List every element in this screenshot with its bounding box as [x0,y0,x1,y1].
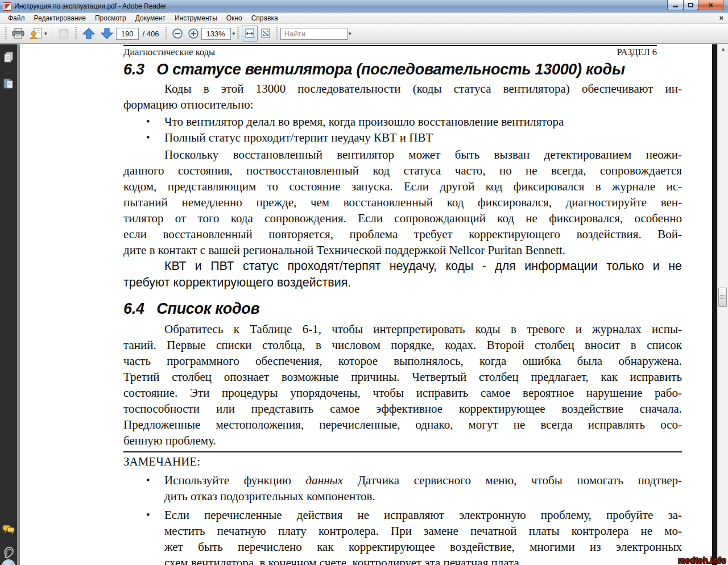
scroll-up-icon: ▲ [721,47,726,52]
bullet-icon: • [146,507,164,565]
paperclip-icon [2,545,15,559]
sidebar-partial-icon[interactable] [2,559,15,565]
toolbar-grip[interactable] [75,27,77,40]
paragraph-1: Коды в этой 13000 последовательности (ко… [123,81,682,113]
menu-tools[interactable]: Инструменты [170,13,222,23]
menu-edit[interactable]: Редактирование [30,13,90,23]
list-item: • Полный статус проходит/терпит неудачу … [123,130,682,146]
page-total-label: / 406 [143,30,159,38]
send-review-button-disabled [55,26,73,41]
navigation-sidebar [0,44,17,565]
adobe-reader-window: Инструкция по эксплуатации.pdf - Adobe R… [0,0,728,565]
menu-help[interactable]: Справка [247,13,283,23]
watermark: medteh.info [678,556,726,565]
thumb-grip-icon [720,295,725,300]
collaborate-dropdown-icon: ▾ [44,31,47,36]
vertical-scrollbar[interactable]: ▲ ▼ [717,44,728,565]
menubar-close-icon[interactable]: × [719,14,723,22]
attachments-panel-button[interactable] [2,545,15,559]
zoom-dropdown-icon[interactable]: ▾ [232,31,235,36]
page-edge-gap [712,44,717,565]
fit-width-button[interactable] [242,26,258,41]
scrollbar-thumb[interactable] [718,288,727,307]
arrow-down-icon [100,27,114,40]
review-icon [57,28,71,39]
note-bullet-2: • Если перечисленные действия не исправл… [123,507,682,565]
restore-button[interactable] [683,0,698,10]
document-page: Диагностические коды РАЗДЕЛ 6 6.3 О стат… [20,44,712,565]
minimize-icon [673,6,678,7]
toolbar-separator [52,27,52,40]
menu-bar: Файл Редактирование Просмотр Документ Ин… [0,13,728,24]
print-button[interactable] [9,26,27,41]
menu-document[interactable]: Документ [131,13,170,23]
arrow-up-icon [82,27,96,40]
menu-view[interactable]: Просмотр [90,13,131,23]
document-content: Диагностические коды РАЗДЕЛ 6 6.3 О стат… [20,44,712,565]
minimize-button[interactable] [667,0,684,10]
zoom-out-icon [172,28,183,39]
bullet-icon: • [146,472,164,504]
header-left: Диагностические коды [123,47,215,58]
horizontal-rule [123,451,682,452]
scroll-up-button[interactable]: ▲ [718,44,728,53]
section-6-3-heading: 6.3 О статусе вентилятора (последователь… [123,61,682,78]
bullet-list-1: • Что вентилятор делал во время, когда п… [123,114,682,146]
bookmarks-icon [3,77,14,90]
bullet-icon: • [146,130,164,146]
pages-panel-button[interactable] [3,51,14,64]
italic-word: данных [306,473,344,487]
zoom-in-icon [188,28,199,39]
bullet-icon: • [146,114,164,130]
zoom-level-field[interactable]: 133% [201,28,231,40]
zoom-in-button[interactable] [185,26,201,41]
toolbar: ▾ / 406 [0,24,728,44]
main-area: Диагностические коды РАЗДЕЛ 6 6.3 О стат… [0,44,728,565]
note-bullet-1: • Используйте функцию данных Датчика сер… [123,472,682,504]
running-header: Диагностические коды РАЗДЕЛ 6 [123,45,657,58]
toolbar-grip[interactable] [276,27,278,40]
page-number-input[interactable] [116,28,139,40]
header-right: РАЗДЕЛ 6 [617,47,657,58]
collaborate-icon [30,28,43,39]
fit-page-button[interactable] [258,26,274,41]
title-bar: Инструкция по эксплуатации.pdf - Adobe R… [0,0,728,13]
window-title: Инструкция по эксплуатации.pdf - Adobe R… [14,2,166,10]
search-input[interactable] [280,28,348,40]
close-icon: × [708,1,713,9]
toolbar-grip[interactable] [165,27,167,40]
search-dropdown-icon[interactable]: ▾ [349,31,351,36]
paragraph-4: Обратитесь к Таблице 6-1, чтобы интерпре… [123,321,682,448]
paragraph-3: КВТ и ПВТ статус проходят/терпят неудачу… [123,258,682,291]
toolbar-grip[interactable] [237,27,239,40]
zoom-out-button[interactable] [169,26,185,41]
comments-panel-button[interactable] [2,524,15,535]
previous-page-button[interactable] [80,26,98,41]
list-item: • Что вентилятор делал во время, когда п… [123,114,682,130]
bookmarks-panel-button[interactable] [3,77,14,90]
fit-width-icon [244,28,255,39]
next-page-button[interactable] [98,26,116,41]
toolbar-grip[interactable] [5,27,7,40]
menu-file[interactable]: Файл [3,13,30,23]
pdf-app-icon [3,2,11,11]
printer-icon [11,28,25,39]
section-6-4-heading: 6.4 Список кодов [123,300,682,318]
paragraph-2: Поскольку восстановленный вентилятор мож… [123,147,682,258]
menu-window[interactable]: Окно [222,13,247,23]
share-collaborate-button[interactable]: ▾ [27,26,49,41]
comments-icon [2,524,15,535]
pages-icon [3,51,14,64]
close-button[interactable]: × [698,0,723,10]
fit-page-icon [260,28,271,39]
note-label: ЗАМЕЧАНИЕ: [123,454,682,470]
zoom-level-value: 133% [206,30,225,38]
restore-icon [688,3,693,7]
